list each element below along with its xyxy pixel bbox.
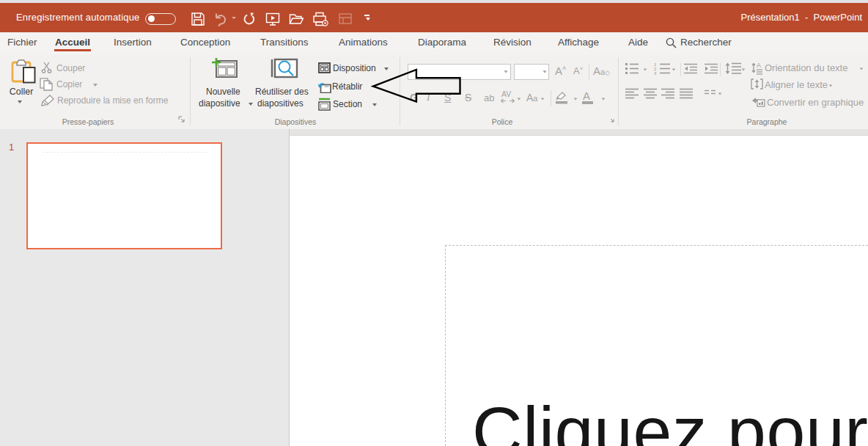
svg-text:3: 3 (654, 71, 657, 75)
svg-text:A: A (757, 62, 761, 69)
